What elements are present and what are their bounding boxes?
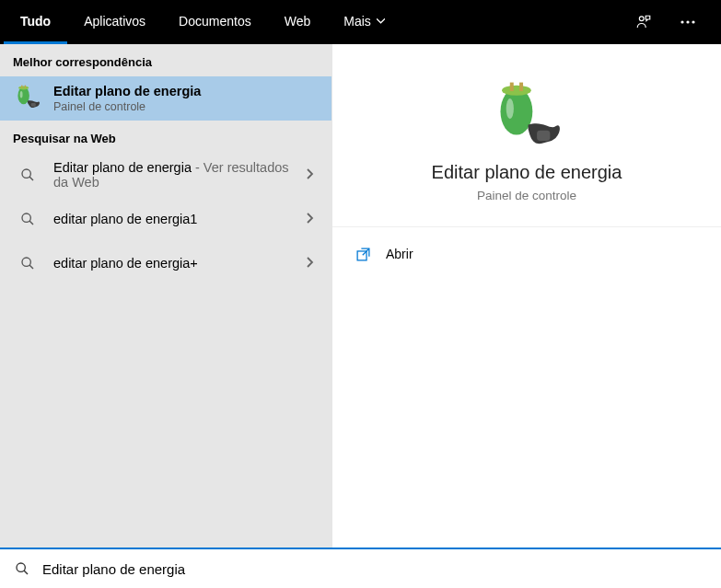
- svg-line-15: [29, 265, 33, 269]
- search-bar[interactable]: [0, 548, 721, 588]
- svg-point-2: [686, 20, 689, 23]
- web-result-0[interactable]: Editar plano de energia - Ver resultados…: [0, 153, 331, 197]
- search-icon: [15, 561, 29, 576]
- svg-point-14: [22, 258, 30, 266]
- search-icon: [13, 160, 42, 190]
- power-plan-icon: [13, 84, 42, 113]
- best-match-header: Melhor correspondência: [0, 44, 331, 76]
- tab-mais-label: Mais: [343, 14, 371, 29]
- detail-title: Editar plano de energia: [432, 162, 622, 183]
- chevron-right-icon[interactable]: [302, 168, 319, 182]
- web-result-2[interactable]: editar plano de energia+: [0, 241, 331, 285]
- svg-point-0: [639, 17, 644, 21]
- web-result-title: Editar plano de energia - Ver resultados…: [53, 160, 291, 190]
- header: Tudo Aplicativos Documentos Web Mais: [0, 0, 721, 44]
- best-match-text: Editar plano de energia Painel de contro…: [53, 84, 319, 113]
- best-match-subtitle: Painel de controle: [53, 100, 319, 113]
- search-input[interactable]: [42, 561, 706, 577]
- chevron-right-icon[interactable]: [302, 213, 319, 226]
- detail-panel: Editar plano de energia Painel de contro…: [331, 44, 721, 548]
- power-plan-large-icon: [492, 81, 562, 151]
- sidebar: Melhor correspondência Editar plano de e…: [0, 44, 331, 548]
- svg-rect-6: [21, 86, 22, 88]
- svg-point-5: [18, 86, 29, 89]
- svg-point-12: [22, 213, 30, 222]
- svg-line-13: [29, 221, 33, 225]
- svg-line-24: [24, 571, 28, 574]
- svg-rect-19: [519, 83, 523, 92]
- svg-line-11: [29, 177, 33, 180]
- svg-point-8: [20, 91, 23, 98]
- web-search-header: Pesquisar na Web: [0, 121, 331, 153]
- tab-documentos[interactable]: Documentos: [162, 0, 268, 44]
- tab-mais[interactable]: Mais: [327, 0, 401, 44]
- detail-subtitle: Painel de controle: [477, 189, 576, 202]
- ellipsis-icon: [680, 20, 695, 24]
- header-tabs: Tudo Aplicativos Documentos Web Mais: [4, 0, 401, 44]
- tab-web[interactable]: Web: [268, 0, 328, 44]
- detail-actions: Abrir: [332, 227, 721, 281]
- more-options-button[interactable]: [669, 4, 706, 40]
- search-icon: [13, 248, 42, 278]
- tab-aplicativos[interactable]: Aplicativos: [67, 0, 162, 44]
- open-icon: [355, 246, 371, 262]
- svg-point-10: [22, 169, 30, 178]
- detail-hero: Editar plano de energia Painel de contro…: [332, 44, 721, 227]
- best-match-title: Editar plano de energia: [53, 84, 319, 98]
- action-open-label: Abrir: [386, 247, 413, 261]
- svg-point-17: [502, 86, 531, 96]
- web-result-title: editar plano de energia1: [53, 212, 291, 226]
- web-result-text: Editar plano de energia - Ver resultados…: [53, 160, 291, 190]
- web-result-title-main: editar plano de energia+: [53, 256, 198, 271]
- header-icons: [625, 4, 717, 40]
- feedback-button[interactable]: [625, 4, 662, 40]
- svg-rect-18: [510, 83, 514, 92]
- svg-rect-9: [31, 103, 36, 107]
- chevron-right-icon[interactable]: [302, 257, 319, 271]
- web-result-text: editar plano de energia1: [53, 212, 291, 226]
- svg-rect-21: [537, 131, 550, 141]
- web-result-title: editar plano de energia+: [53, 256, 291, 271]
- svg-point-1: [680, 20, 683, 23]
- best-match-result[interactable]: Editar plano de energia Painel de contro…: [0, 76, 331, 121]
- web-result-text: editar plano de energia+: [53, 256, 291, 271]
- tab-tudo[interactable]: Tudo: [4, 0, 67, 44]
- web-result-title-main: Editar plano de energia: [53, 160, 192, 175]
- web-result-title-main: editar plano de energia1: [53, 212, 197, 226]
- svg-rect-7: [25, 86, 26, 88]
- body: Melhor correspondência Editar plano de e…: [0, 44, 721, 548]
- svg-point-23: [17, 563, 25, 571]
- feedback-icon: [635, 14, 652, 30]
- svg-point-3: [692, 20, 694, 23]
- svg-point-20: [506, 98, 514, 119]
- web-result-1[interactable]: editar plano de energia1: [0, 197, 331, 241]
- search-icon: [13, 204, 42, 234]
- action-open[interactable]: Abrir: [332, 235, 721, 273]
- chevron-down-icon: [377, 18, 385, 24]
